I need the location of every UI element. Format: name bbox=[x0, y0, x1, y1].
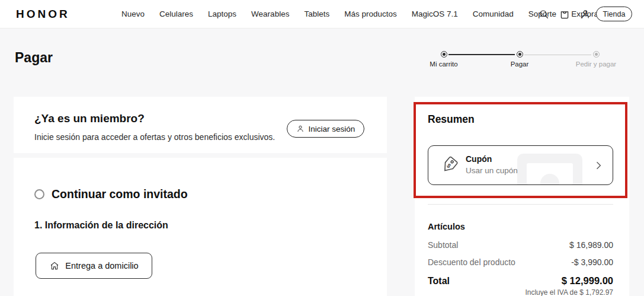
nav-item-laptops[interactable]: Laptops bbox=[208, 9, 236, 18]
coupon-watermark-icon bbox=[516, 152, 587, 185]
member-title: ¿Ya es un miembro? bbox=[34, 112, 145, 125]
summary-divider bbox=[428, 204, 613, 205]
top-navbar: HONOR Nuevo Celulares Laptops Wearables … bbox=[0, 0, 644, 28]
summary-row-subtotal: Subtotal $ 16,989.00 bbox=[428, 240, 613, 250]
summary-row-discount: Descuento del producto -$ 3,990.00 bbox=[428, 257, 613, 267]
guest-option-row: Continuar como invitado bbox=[34, 187, 188, 201]
nav-item-celulares[interactable]: Celulares bbox=[159, 9, 193, 18]
address-section-title: 1. Información de la dirección bbox=[34, 220, 168, 231]
honor-logo[interactable]: HONOR bbox=[16, 8, 70, 21]
header-icons bbox=[537, 0, 592, 28]
guest-title: Continuar como invitado bbox=[52, 187, 188, 201]
total-label: Total bbox=[428, 276, 450, 287]
coupon-row[interactable]: $ Cupón Usar un cupón bbox=[428, 145, 613, 185]
login-button[interactable]: Iniciar sesión bbox=[287, 120, 364, 138]
summary-row-total: Total $ 12,999.00 bbox=[428, 275, 613, 287]
home-delivery-label: Entrega a domicilio bbox=[65, 261, 138, 270]
step-dot bbox=[593, 51, 600, 58]
subtotal-label: Subtotal bbox=[428, 240, 458, 250]
step-pagar[interactable]: Pagar bbox=[493, 51, 546, 68]
step-dot bbox=[517, 51, 523, 58]
store-button[interactable]: Tienda bbox=[596, 7, 632, 21]
user-icon[interactable] bbox=[579, 8, 592, 21]
tax-note: Incluye el IVA de $ 1,792.97 bbox=[428, 288, 613, 296]
nav-item-magicos[interactable]: MagicOS 7.1 bbox=[412, 9, 458, 18]
step-mi-carrito[interactable]: Mi carrito bbox=[417, 51, 470, 68]
summary-title: Resumen bbox=[428, 113, 475, 126]
member-subtitle: Inicie sesión para acceder a ofertas y o… bbox=[34, 132, 275, 142]
nav-item-wearables[interactable]: Wearables bbox=[251, 9, 289, 18]
guest-card: Continuar como invitado 1. Información d… bbox=[14, 158, 387, 296]
nav-item-tablets[interactable]: Tablets bbox=[304, 9, 329, 18]
svg-text:$: $ bbox=[446, 162, 453, 169]
coupon-texts: Cupón Usar un cupón bbox=[466, 154, 518, 175]
chevron-right-icon bbox=[592, 160, 604, 171]
home-icon bbox=[49, 260, 60, 271]
coupon-subtitle: Usar un cupón bbox=[466, 166, 518, 175]
login-button-label: Iniciar sesión bbox=[309, 125, 355, 133]
member-card: ¿Ya es un miembro? Inicie sesión para ac… bbox=[14, 97, 387, 153]
main-nav: Nuevo Celulares Laptops Wearables Tablet… bbox=[121, 0, 601, 28]
page-title: Pagar bbox=[15, 50, 53, 66]
step-pedir-y-pagar: Pedir y pagar bbox=[569, 51, 623, 68]
nav-item-mas-productos[interactable]: Más productos bbox=[344, 9, 397, 18]
subtotal-value: $ 16,989.00 bbox=[569, 240, 613, 250]
guest-radio[interactable] bbox=[34, 189, 44, 199]
search-icon[interactable] bbox=[537, 8, 550, 21]
bag-icon[interactable] bbox=[558, 8, 571, 21]
summary-card: Resumen $ C bbox=[415, 97, 629, 296]
discount-label: Descuento del producto bbox=[428, 257, 515, 267]
step-dot bbox=[441, 51, 447, 58]
checkout-page: HONOR Nuevo Celulares Laptops Wearables … bbox=[0, 0, 644, 296]
nav-item-comunidad[interactable]: Comunidad bbox=[473, 9, 514, 18]
home-delivery-button[interactable]: Entrega a domicilio bbox=[36, 253, 152, 279]
total-value: $ 12,999.00 bbox=[562, 275, 613, 287]
items-section-title: Artículos bbox=[428, 222, 465, 231]
nav-item-nuevo[interactable]: Nuevo bbox=[121, 9, 145, 18]
coupon-title: Cupón bbox=[466, 154, 518, 164]
user-icon bbox=[296, 125, 305, 133]
discount-value: -$ 3,990.00 bbox=[571, 257, 613, 267]
coupon-tag-icon: $ bbox=[437, 154, 461, 177]
